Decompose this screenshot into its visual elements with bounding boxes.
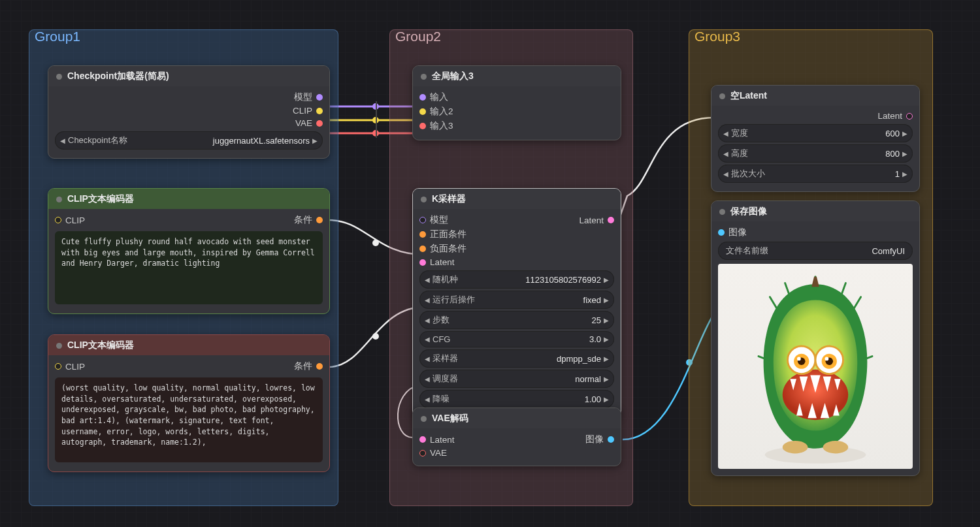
chevron-left-icon: ◀ xyxy=(60,137,65,144)
port-icon xyxy=(608,217,614,223)
output-clip[interactable]: CLIP xyxy=(55,104,323,117)
output-conditioning[interactable]: 条件 xyxy=(294,213,323,227)
svg-point-28 xyxy=(797,357,801,361)
port-icon xyxy=(419,108,426,115)
node-global-input[interactable]: 全局输入3 输入 输入2 输入3 xyxy=(412,65,621,140)
node-title: 空Latent xyxy=(730,90,767,102)
node-save-image[interactable]: 保存图像 图像 文件名前缀ComfyUI xyxy=(711,200,920,476)
prompt-textarea[interactable]: Cute fluffy plushy round half avocado wi… xyxy=(55,231,323,304)
node-clip-positive[interactable]: CLIP文本编码器 CLIP 条件 Cute fluffy plushy rou… xyxy=(48,188,330,314)
port-icon xyxy=(419,123,426,129)
port-icon xyxy=(55,363,61,370)
output-model[interactable]: 模型 xyxy=(55,90,323,104)
node-title: VAE解码 xyxy=(432,413,468,424)
port-icon xyxy=(316,108,323,114)
seed-widget[interactable]: ◀随机种1123105802576992▶ xyxy=(419,270,614,289)
node-checkpoint-loader[interactable]: Checkpoint加载器(简易) 模型 CLIP VAE ◀ Checkpoi… xyxy=(48,65,330,159)
svg-point-35 xyxy=(823,441,849,453)
chevron-right-icon: ▶ xyxy=(312,137,318,144)
batch-widget[interactable]: ◀批次大小1▶ xyxy=(718,165,913,183)
port-icon xyxy=(419,231,426,238)
collapse-dot-icon[interactable] xyxy=(56,74,62,80)
port-icon xyxy=(316,217,323,223)
input-clip[interactable]: CLIP xyxy=(55,359,85,374)
height-widget[interactable]: ◀高度800▶ xyxy=(718,144,913,163)
width-widget[interactable]: ◀宽度600▶ xyxy=(718,124,913,142)
input-image[interactable]: 图像 xyxy=(718,225,913,240)
input-2[interactable]: 输入2 xyxy=(419,104,614,119)
collapse-dot-icon[interactable] xyxy=(421,74,427,80)
port-icon xyxy=(419,259,426,266)
steps-widget[interactable]: ◀步数25▶ xyxy=(419,311,614,329)
node-clip-negative[interactable]: CLIP文本编码器 CLIP 条件 (worst quality, low qu… xyxy=(48,334,330,472)
svg-point-33 xyxy=(825,357,829,361)
node-title: Checkpoint加载器(简易) xyxy=(67,71,169,82)
group2-title: Group2 xyxy=(395,29,441,44)
reroute-divider xyxy=(376,101,377,138)
input-vae[interactable]: VAE xyxy=(419,447,614,459)
node-title: 全局输入3 xyxy=(432,71,474,82)
collapse-dot-icon[interactable] xyxy=(421,197,427,202)
port-icon xyxy=(55,217,61,223)
checkpoint-name-widget[interactable]: ◀ Checkpoint名称 juggernautXL.safetensors … xyxy=(55,131,323,150)
filename-prefix-widget[interactable]: 文件名前缀ComfyUI xyxy=(718,242,913,260)
collapse-dot-icon[interactable] xyxy=(421,416,427,422)
node-ksampler[interactable]: K采样器 模型 Latent 正面条件 负面条件 Latent ◀随机种1123… xyxy=(412,188,621,417)
svg-point-34 xyxy=(783,441,808,453)
node-title: CLIP文本编码器 xyxy=(67,340,134,351)
collapse-dot-icon[interactable] xyxy=(56,197,62,202)
input-positive[interactable]: 正面条件 xyxy=(419,227,614,242)
port-icon xyxy=(316,120,323,127)
output-latent[interactable]: Latent xyxy=(718,110,913,122)
output-latent[interactable]: Latent xyxy=(579,213,614,227)
input-latent[interactable]: Latent xyxy=(419,256,614,268)
svg-point-6 xyxy=(765,446,866,464)
port-icon xyxy=(419,217,426,223)
port-icon xyxy=(906,113,913,120)
denoise-widget[interactable]: ◀降噪1.00▶ xyxy=(419,390,614,408)
input-clip[interactable]: CLIP xyxy=(55,213,85,227)
input-negative[interactable]: 负面条件 xyxy=(419,242,614,256)
svg-line-7 xyxy=(770,297,777,310)
port-icon xyxy=(316,363,323,370)
control-widget[interactable]: ◀运行后操作fixed▶ xyxy=(419,291,614,309)
port-icon xyxy=(419,246,426,252)
input-3[interactable]: 输入3 xyxy=(419,119,614,133)
collapse-dot-icon[interactable] xyxy=(56,343,62,349)
node-vae-decode[interactable]: VAE解码 Latent 图像 VAE xyxy=(412,407,621,466)
sampler-widget[interactable]: ◀采样器dpmpp_sde▶ xyxy=(419,349,614,368)
group3-title: Group3 xyxy=(694,29,740,44)
input-latent[interactable]: Latent xyxy=(419,432,455,447)
node-title: 保存图像 xyxy=(730,206,767,217)
port-icon xyxy=(419,94,426,101)
collapse-dot-icon[interactable] xyxy=(719,93,725,99)
cfg-widget[interactable]: ◀CFG3.0▶ xyxy=(419,331,614,347)
port-icon xyxy=(316,94,323,101)
scheduler-widget[interactable]: ◀调度器normal▶ xyxy=(419,370,614,388)
input-model[interactable]: 模型 xyxy=(419,213,448,227)
port-icon xyxy=(419,436,426,443)
collapse-dot-icon[interactable] xyxy=(719,209,725,215)
group1-title: Group1 xyxy=(35,29,80,44)
input-1[interactable]: 输入 xyxy=(419,90,614,104)
port-icon xyxy=(419,450,426,456)
node-title: CLIP文本编码器 xyxy=(67,193,134,205)
node-empty-latent[interactable]: 空Latent Latent ◀宽度600▶ ◀高度800▶ ◀批次大小1▶ xyxy=(711,85,920,192)
negative-prompt-textarea[interactable]: (worst quality, low quality, normal qual… xyxy=(55,377,323,462)
node-title: K采样器 xyxy=(432,193,466,205)
output-vae[interactable]: VAE xyxy=(55,117,323,129)
output-image[interactable]: 图像 xyxy=(585,432,614,447)
output-conditioning[interactable]: 条件 xyxy=(294,359,323,374)
svg-line-11 xyxy=(853,297,861,310)
output-image-preview[interactable] xyxy=(718,264,913,469)
port-icon xyxy=(608,436,614,443)
port-icon xyxy=(718,229,725,236)
avocado-plush-illustration xyxy=(740,265,891,468)
